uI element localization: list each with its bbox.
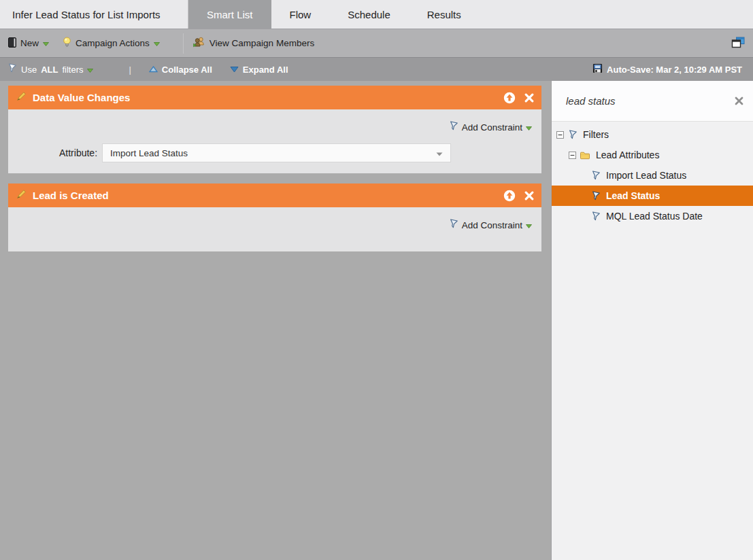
- funnel-icon: [590, 211, 601, 222]
- search-input[interactable]: [566, 95, 735, 107]
- use-filters-prefix: Use: [21, 65, 37, 75]
- card-body: Add Constraint Attribute: Import Lead St…: [8, 109, 541, 173]
- tree-item-lead-attributes[interactable]: Lead Attributes: [552, 145, 753, 165]
- funnel-icon: [567, 130, 578, 140]
- green-caret-icon: [87, 65, 93, 75]
- filter-tree: Filters Lead Attributes Import Lead Stat…: [552, 122, 753, 226]
- expand-all-button[interactable]: Expand All: [230, 65, 288, 75]
- autosave-status: Auto-Save: Mar 2, 10:29 AM PST: [592, 63, 742, 75]
- content-area: Data Value Changes Add Constraint: [0, 81, 753, 560]
- tree-item-filters[interactable]: Filters: [552, 124, 753, 145]
- filter-palette-sidebar: Filters Lead Attributes Import Lead Stat…: [551, 81, 753, 560]
- tree-item-label: Filters: [583, 129, 609, 140]
- smart-list-canvas: Data Value Changes Add Constraint: [0, 81, 551, 560]
- notebook-icon: [8, 37, 16, 50]
- people-icon: [193, 37, 205, 50]
- green-caret-icon: [526, 220, 532, 230]
- pencil-icon: [16, 91, 27, 104]
- tree-item-label: Import Lead Status: [606, 170, 686, 181]
- view-members-label: View Campaign Members: [210, 38, 314, 48]
- funnel-icon: [448, 121, 458, 133]
- collapse-all-button[interactable]: Collapse All: [149, 65, 212, 75]
- attribute-select[interactable]: Import Lead Status: [102, 143, 451, 162]
- new-label: New: [20, 38, 39, 48]
- add-constraint-label: Add Constraint: [462, 220, 522, 230]
- card-title: Data Value Changes: [33, 92, 130, 103]
- collapse-expander-icon[interactable]: [556, 131, 564, 139]
- expand-all-label: Expand All: [243, 65, 288, 75]
- circle-up-arrow-icon[interactable]: [503, 92, 516, 104]
- card-header[interactable]: Lead is Created: [8, 183, 541, 207]
- filter-card-data-value-changes: Data Value Changes Add Constraint: [8, 86, 541, 173]
- tree-item-mql-lead-status-date[interactable]: MQL Lead Status Date: [552, 206, 753, 226]
- tree-item-label: MQL Lead Status Date: [606, 211, 703, 222]
- pencil-icon: [16, 189, 27, 202]
- close-icon[interactable]: [524, 93, 534, 103]
- folder-icon: [580, 151, 590, 160]
- filter-bar-separator: |: [129, 65, 131, 75]
- green-caret-icon: [43, 38, 49, 48]
- use-all-filters-button[interactable]: Use ALL filters: [7, 63, 93, 75]
- windows-button[interactable]: [731, 37, 745, 50]
- view-campaign-members-button[interactable]: View Campaign Members: [193, 37, 314, 50]
- tab-bar: Infer Lead Status for List Imports Smart…: [0, 0, 753, 29]
- floppy-disk-icon: [592, 63, 603, 75]
- tab-smart-list[interactable]: Smart List: [188, 0, 271, 29]
- use-filters-bold: ALL: [41, 65, 58, 75]
- collapse-expander-icon[interactable]: [569, 152, 576, 159]
- filter-card-lead-is-created: Lead is Created Add Constraint: [8, 183, 541, 251]
- attribute-select-value: Import Lead Status: [110, 148, 188, 158]
- campaign-actions-label: Campaign Actions: [76, 38, 150, 48]
- attribute-row: Attribute: Import Lead Status: [8, 143, 541, 162]
- campaign-actions-button[interactable]: Campaign Actions: [63, 37, 160, 50]
- use-filters-suffix: filters: [62, 65, 83, 75]
- toolbar-divider: [183, 33, 184, 54]
- card-header[interactable]: Data Value Changes: [8, 86, 541, 109]
- palette-search-row: [552, 81, 753, 122]
- tree-item-label: Lead Attributes: [596, 150, 659, 160]
- close-icon[interactable]: [524, 191, 534, 200]
- tab-label: Schedule: [348, 9, 390, 20]
- funnel-icon: [7, 63, 17, 75]
- green-caret-icon: [154, 38, 160, 48]
- card-title: Lead is Created: [33, 190, 109, 201]
- lightbulb-icon: [63, 37, 71, 50]
- collapse-all-label: Collapse All: [162, 65, 212, 75]
- tree-item-label: Lead Status: [606, 190, 660, 201]
- tab-flow[interactable]: Flow: [271, 0, 330, 29]
- campaign-title-tab: Infer Lead Status for List Imports: [0, 0, 188, 29]
- chevron-down-icon: [436, 148, 443, 158]
- attribute-label: Attribute:: [59, 147, 97, 158]
- funnel-icon: [448, 219, 458, 231]
- tab-schedule[interactable]: Schedule: [329, 0, 409, 29]
- clear-search-icon[interactable]: [735, 97, 743, 105]
- tab-label: Results: [427, 9, 461, 20]
- add-constraint-button[interactable]: Add Constraint: [8, 219, 541, 231]
- page-title: Infer Lead Status for List Imports: [12, 9, 161, 20]
- tree-item-lead-status[interactable]: Lead Status: [552, 186, 753, 206]
- circle-up-arrow-icon[interactable]: [503, 190, 516, 202]
- autosave-label: Auto-Save: Mar 2, 10:29 AM PST: [607, 65, 742, 75]
- triangle-down-icon: [230, 65, 239, 75]
- funnel-icon: [590, 171, 601, 181]
- new-button[interactable]: New: [8, 37, 49, 50]
- tree-item-import-lead-status[interactable]: Import Lead Status: [552, 165, 753, 186]
- stacked-windows-icon: [731, 37, 745, 50]
- filter-bar: Use ALL filters | Collapse All Expand Al…: [0, 57, 753, 81]
- card-body: Add Constraint: [8, 207, 541, 251]
- funnel-icon: [590, 191, 601, 201]
- green-caret-icon: [526, 122, 532, 133]
- triangle-up-icon: [149, 65, 158, 75]
- tab-label: Flow: [290, 9, 312, 20]
- tab-results[interactable]: Results: [409, 0, 480, 29]
- main-toolbar: New Campaign Actions View Campaign Membe…: [0, 29, 753, 57]
- add-constraint-button[interactable]: Add Constraint: [8, 121, 541, 133]
- tab-label: Smart List: [207, 9, 253, 20]
- add-constraint-label: Add Constraint: [462, 122, 522, 133]
